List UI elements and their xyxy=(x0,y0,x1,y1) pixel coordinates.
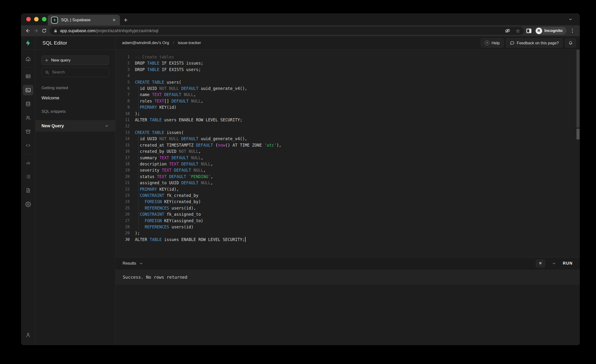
new-tab-button[interactable]: + xyxy=(124,17,127,23)
code-line[interactable]: 4 xyxy=(115,73,580,79)
results-dropdown[interactable]: Results xyxy=(123,261,143,266)
sidebar-item-home[interactable] xyxy=(23,54,33,64)
scrollbar-thumb[interactable] xyxy=(576,50,580,127)
browser-tab[interactable]: SQL | Supabase × xyxy=(48,15,120,25)
code-line[interactable]: 11ALTER TABLE users ENABLE ROW LEVEL SEC… xyxy=(115,117,580,123)
search-input[interactable] xyxy=(52,70,106,74)
code-line[interactable]: 8 roles TEXT[] DEFAULT NULL, xyxy=(115,98,580,104)
sidebar-item-database[interactable] xyxy=(23,99,33,109)
docs-icon xyxy=(25,188,31,193)
code-line[interactable]: 1-- Create tables xyxy=(115,54,580,60)
favorite-button[interactable]: ♥ xyxy=(536,259,545,267)
code-line[interactable]: 6 id UUID NOT NULL DEFAULT uuid_generate… xyxy=(115,85,580,91)
code-line[interactable]: 30ALTER TABLE issues ENABLE ROW LEVEL SE… xyxy=(115,237,580,243)
code-line[interactable]: 19 severity TEXT DEFAULT NULL, xyxy=(115,167,580,173)
line-number: 23 xyxy=(115,192,130,199)
url-bar[interactable]: app.supabase.com/project/azahtnhqohyjerz… xyxy=(50,27,524,35)
code-line[interactable]: 13CREATE TABLE issues( xyxy=(115,129,580,136)
sidebar-item-auth[interactable] xyxy=(23,112,33,123)
sidebar-item-new-query[interactable]: New Query xyxy=(35,120,115,132)
breadcrumb-project[interactable]: issue-tracker xyxy=(178,41,201,45)
bookmark-star-icon[interactable]: ☆ xyxy=(516,28,520,33)
code-line[interactable]: 29); xyxy=(115,230,580,236)
sidebar-item-welcome[interactable]: Welcome xyxy=(41,96,109,101)
scrollbar-thumb-highlight[interactable] xyxy=(576,129,580,140)
line-number: 8 xyxy=(115,98,130,104)
notifications-button[interactable] xyxy=(565,38,576,47)
run-options-button[interactable] xyxy=(552,261,556,266)
sidebar-item-account[interactable] xyxy=(23,330,33,340)
code-line[interactable]: 10); xyxy=(115,111,580,117)
code-line[interactable]: 17 summary TEXT DEFAULT NULL, xyxy=(115,155,580,161)
code-line[interactable]: 22 PRIMARY KEY(id), xyxy=(115,186,580,192)
line-number: 10 xyxy=(115,111,130,117)
sidebar-item-storage[interactable] xyxy=(23,126,33,137)
url-domain: app.supabase.com xyxy=(60,28,95,33)
minimize-window-button[interactable] xyxy=(34,17,39,22)
code-line[interactable]: 24 FOREIGN KEY(created_by) xyxy=(115,199,580,205)
sidebar-item-sql-editor[interactable] xyxy=(23,85,33,95)
code-line[interactable]: 7 name TEXT DEFAULT NULL, xyxy=(115,91,580,98)
section-label: SQL snippets xyxy=(41,109,109,114)
code-line[interactable]: 18 description TEXT DEFAULT NULL, xyxy=(115,161,580,167)
sidebar-item-logs[interactable] xyxy=(23,171,33,182)
logs-icon xyxy=(25,174,31,179)
page-title: SQL Editor xyxy=(35,36,115,50)
help-button[interactable]: ? Help xyxy=(481,38,504,47)
code-line[interactable]: 5CREATE TABLE users( xyxy=(115,79,580,85)
sidebar-item-edge-functions[interactable] xyxy=(23,140,33,151)
run-button[interactable]: RUN xyxy=(563,261,573,266)
reload-button[interactable] xyxy=(40,27,48,35)
rail-divider xyxy=(21,154,35,154)
status-message: Success. No rows returned xyxy=(123,275,187,280)
nav-rail xyxy=(21,50,35,345)
line-number: 19 xyxy=(115,167,130,173)
supabase-favicon xyxy=(51,17,58,24)
code-line[interactable]: 25 REFERENCES users(id), xyxy=(115,205,580,211)
sidebar-item-docs[interactable] xyxy=(23,185,33,196)
code-line[interactable]: 16 created_by UUID NOT NULL, xyxy=(115,148,580,155)
line-number: 17 xyxy=(115,155,130,161)
code-line[interactable]: 12 xyxy=(115,123,580,129)
code-line[interactable]: 9 PRIMARY KEY(id) xyxy=(115,104,580,110)
search-box[interactable] xyxy=(41,67,109,77)
code-line[interactable]: 20 status TEXT DEFAULT 'PENDING', xyxy=(115,174,580,180)
supabase-logo[interactable] xyxy=(21,36,35,50)
new-query-button[interactable]: + New query xyxy=(41,56,109,65)
breadcrumb-separator: / xyxy=(173,41,174,45)
line-number: 24 xyxy=(115,199,130,205)
code-line[interactable]: 21 assigned_to UUID DEFAULT NULL, xyxy=(115,180,580,186)
forward-button[interactable] xyxy=(32,27,40,35)
browser-menu-icon[interactable]: ⋮ xyxy=(570,28,575,33)
code-line[interactable]: 3DROP TABLE IF EXISTS users; xyxy=(115,67,580,73)
code-line[interactable]: 15 created_at TIMESTAMPTZ DEFAULT (now()… xyxy=(115,142,580,148)
line-number: 18 xyxy=(115,161,130,167)
editor-scrollbar[interactable] xyxy=(576,50,580,140)
home-icon xyxy=(25,56,31,62)
tab-search-chevron-icon[interactable] xyxy=(568,17,573,22)
line-number: 6 xyxy=(115,85,130,91)
sql-editor-icon xyxy=(25,87,31,93)
close-window-button[interactable] xyxy=(26,17,31,22)
heart-icon: ♥ xyxy=(539,260,542,266)
back-button[interactable] xyxy=(24,27,32,35)
eye-off-icon[interactable] xyxy=(505,28,510,34)
table-editor-icon xyxy=(25,74,31,79)
zoom-window-button[interactable] xyxy=(42,17,46,22)
side-panel-button[interactable] xyxy=(526,29,531,33)
sidebar-item-reports[interactable] xyxy=(23,157,33,168)
breadcrumb-org[interactable]: adam@windmill.dev's Org xyxy=(122,41,169,45)
sql-code-editor[interactable]: 1-- Create tables2DROP TABLE IF EXISTS i… xyxy=(115,50,580,257)
code-line[interactable]: 26 CONSTRAINT fk_assigned_to xyxy=(115,211,580,217)
code-line[interactable]: 28 REFERENCES users(id) xyxy=(115,224,580,230)
feedback-button[interactable]: Feedback on this page? xyxy=(506,38,563,47)
incognito-icon xyxy=(536,28,542,34)
code-line[interactable]: 23 CONSTRAINT fk_created_by xyxy=(115,192,580,199)
code-line[interactable]: 27 FOREIGN KEY(assigned_to) xyxy=(115,218,580,224)
code-line[interactable]: 2DROP TABLE IF EXISTS issues; xyxy=(115,60,580,66)
sidebar-item-table-editor[interactable] xyxy=(23,71,33,82)
tab-close-icon[interactable]: × xyxy=(112,17,117,23)
code-line[interactable]: 14 id UUID NOT NULL DEFAULT uuid_generat… xyxy=(115,136,580,142)
sidebar-item-settings[interactable] xyxy=(23,199,33,209)
reports-icon xyxy=(25,160,31,166)
